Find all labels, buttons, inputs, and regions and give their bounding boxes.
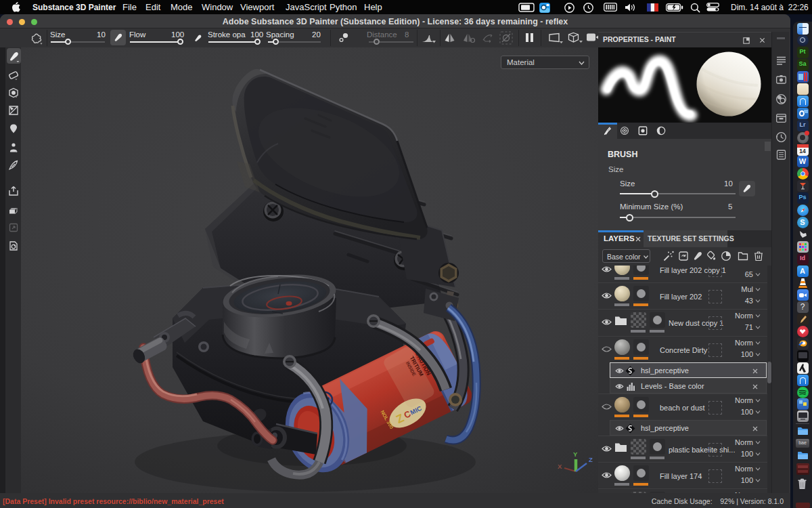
- svg-text:X: X: [558, 463, 562, 470]
- svg-text:Z: Z: [589, 456, 593, 463]
- svg-text:Y: Y: [573, 450, 578, 458]
